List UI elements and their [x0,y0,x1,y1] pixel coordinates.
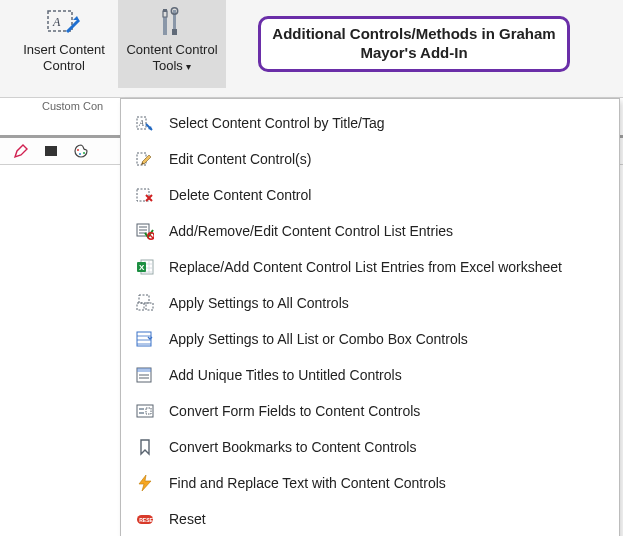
menu-item-label: Delete Content Control [169,187,311,203]
menu-item-label: Apply Settings to All List or Combo Box … [169,331,468,347]
lightning-icon [135,473,155,493]
menu-item-reset[interactable]: RESETReset [121,501,619,536]
svg-rect-3 [163,9,167,12]
select-title-tag-icon: A [135,113,155,133]
palette-tool-icon[interactable] [72,142,90,160]
svg-point-10 [83,152,85,154]
fill-tool-icon[interactable] [42,142,60,160]
svg-rect-28 [139,412,144,414]
menu-item-apply-list[interactable]: Apply Settings to All List or Combo Box … [121,321,619,357]
insert-content-control-icon: A [45,6,83,40]
svg-point-9 [79,153,81,155]
menu-item-list-entries[interactable]: Add/Remove/Edit Content Control List Ent… [121,213,619,249]
svg-text:A: A [52,15,61,29]
svg-rect-6 [172,29,177,35]
apply-all-icon [135,293,155,313]
excel-icon: X [135,257,155,277]
content-control-tools-icon [153,6,191,40]
callout-text: Additional Controls/Methods in Graham Ma… [271,25,557,63]
list-check-icon [135,221,155,241]
svg-rect-2 [163,17,167,35]
svg-rect-27 [139,408,144,410]
menu-item-apply-all[interactable]: Apply Settings to All Controls [121,285,619,321]
menu-item-edit[interactable]: Edit Content Control(s) [121,141,619,177]
bookmark-icon [135,437,155,457]
pen-tool-icon[interactable] [12,142,30,160]
menu-item-select-by-title-tag[interactable]: ASelect Content Control by Title/Tag [121,105,619,141]
menu-item-label: Reset [169,511,206,527]
menu-item-label: Replace/Add Content Control List Entries… [169,259,562,275]
chevron-down-icon: ▾ [186,60,191,71]
svg-rect-25 [137,368,151,372]
menu-item-label: Apply Settings to All Controls [169,295,349,311]
menu-item-label: Edit Content Control(s) [169,151,311,167]
content-control-tools-button[interactable]: Content Control Tools ▾ [118,0,226,88]
menu-item-excel-replace[interactable]: XReplace/Add Content Control List Entrie… [121,249,619,285]
ribbon-group-label: Custom Con [42,100,103,112]
menu-item-unique-titles[interactable]: Add Unique Titles to Untitled Controls [121,357,619,393]
apply-list-icon [135,329,155,349]
reset-icon: RESET [135,509,155,529]
menu-item-label: Convert Form Fields to Content Controls [169,403,420,419]
menu-item-label: Select Content Control by Title/Tag [169,115,385,131]
menu-item-label: Add Unique Titles to Untitled Controls [169,367,402,383]
delete-x-icon [135,185,155,205]
content-control-tools-menu: ASelect Content Control by Title/TagEdit… [120,98,620,536]
menu-item-convert-form[interactable]: Convert Form Fields to Content Controls [121,393,619,429]
menu-item-find-replace[interactable]: Find and Replace Text with Content Contr… [121,465,619,501]
svg-text:A: A [138,119,144,128]
svg-rect-22 [146,303,153,310]
svg-point-8 [77,149,79,151]
menu-item-label: Find and Replace Text with Content Contr… [169,475,446,491]
svg-text:RESET: RESET [139,517,154,523]
svg-rect-7 [45,146,57,156]
menu-item-label: Convert Bookmarks to Content Controls [169,439,416,455]
callout-box: Additional Controls/Methods in Graham Ma… [258,16,570,72]
menu-item-delete[interactable]: Delete Content Control [121,177,619,213]
svg-rect-21 [137,303,144,310]
svg-rect-20 [139,295,149,303]
convert-form-icon [135,401,155,421]
svg-rect-29 [146,408,151,414]
edit-pencil-icon [135,149,155,169]
insert-content-control-button[interactable]: A Insert Content Control [10,0,118,88]
content-control-tools-label: Content Control Tools ▾ [126,42,217,73]
insert-content-control-label: Insert Content Control [23,42,105,73]
unique-titles-icon [135,365,155,385]
svg-text:X: X [139,263,145,272]
menu-item-label: Add/Remove/Edit Content Control List Ent… [169,223,453,239]
menu-item-convert-bookmarks[interactable]: Convert Bookmarks to Content Controls [121,429,619,465]
